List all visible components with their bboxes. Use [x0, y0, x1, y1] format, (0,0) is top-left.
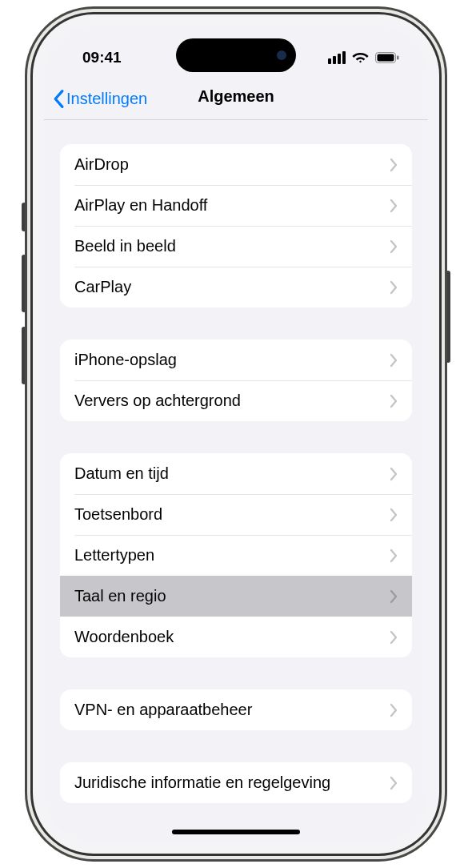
- row-label: Juridische informatie en regelgeving: [74, 774, 390, 792]
- row-label: Beeld in beeld: [74, 237, 390, 255]
- row-label: Lettertypen: [74, 546, 390, 565]
- row-dictionary[interactable]: Woordenboek: [60, 617, 412, 657]
- settings-group: Juridische informatie en regelgeving: [60, 762, 412, 803]
- chevron-right-icon: [390, 508, 398, 522]
- row-keyboard[interactable]: Toetsenbord: [60, 494, 412, 535]
- chevron-right-icon: [390, 239, 398, 254]
- row-date-time[interactable]: Datum en tijd: [60, 453, 412, 494]
- cellular-signal-icon: [328, 51, 346, 64]
- dynamic-island: [176, 38, 296, 72]
- chevron-right-icon: [390, 394, 398, 408]
- row-airdrop[interactable]: AirDrop: [60, 144, 412, 185]
- row-iphone-storage[interactable]: iPhone-opslag: [60, 340, 412, 380]
- back-label: Instellingen: [66, 90, 147, 108]
- row-label: Taal en regio: [74, 587, 390, 605]
- wifi-icon: [352, 51, 369, 64]
- chevron-right-icon: [390, 630, 398, 645]
- settings-group: iPhone-opslagVervers op achtergrond: [60, 340, 412, 421]
- battery-icon: [375, 52, 399, 63]
- row-airplay-handoff[interactable]: AirPlay en Handoff: [60, 185, 412, 226]
- row-vpn-device-management[interactable]: VPN- en apparaatbeheer: [60, 689, 412, 730]
- row-label: VPN- en apparaatbeheer: [74, 701, 390, 719]
- chevron-right-icon: [390, 199, 398, 213]
- chevron-right-icon: [390, 467, 398, 481]
- row-label: Ververs op achtergrond: [74, 392, 390, 410]
- home-indicator: [172, 830, 300, 834]
- row-label: AirDrop: [74, 155, 390, 174]
- settings-group: AirDropAirPlay en HandoffBeeld in beeldC…: [60, 144, 412, 307]
- row-language-region[interactable]: Taal en regio: [60, 576, 412, 617]
- row-label: iPhone-opslag: [74, 351, 390, 369]
- row-background-refresh[interactable]: Ververs op achtergrond: [60, 380, 412, 421]
- svg-rect-2: [397, 56, 399, 60]
- chevron-right-icon: [390, 353, 398, 368]
- status-indicators: [328, 51, 399, 64]
- nav-bar: Instellingen Algemeen: [44, 78, 428, 120]
- svg-rect-1: [378, 54, 394, 62]
- iphone-device-frame: 09:41: [33, 14, 439, 854]
- chevron-right-icon: [390, 589, 398, 604]
- page-title: Algemeen: [198, 87, 274, 106]
- chevron-right-icon: [390, 549, 398, 563]
- chevron-right-icon: [390, 776, 398, 790]
- settings-content: AirDropAirPlay en HandoffBeeld in beeldC…: [44, 120, 428, 842]
- chevron-right-icon: [390, 158, 398, 172]
- chevron-right-icon: [390, 280, 398, 295]
- row-label: CarPlay: [74, 278, 390, 296]
- back-button[interactable]: Instellingen: [52, 89, 147, 108]
- row-label: Woordenboek: [74, 628, 390, 646]
- chevron-right-icon: [390, 703, 398, 717]
- row-carplay[interactable]: CarPlay: [60, 267, 412, 307]
- status-time: 09:41: [82, 49, 122, 66]
- row-fonts[interactable]: Lettertypen: [60, 535, 412, 576]
- row-label: AirPlay en Handoff: [74, 196, 390, 215]
- chevron-left-icon: [52, 89, 65, 108]
- settings-group: VPN- en apparaatbeheer: [60, 689, 412, 730]
- settings-group: Datum en tijdToetsenbordLettertypenTaal …: [60, 453, 412, 657]
- row-label: Toetsenbord: [74, 505, 390, 524]
- row-legal-regulatory[interactable]: Juridische informatie en regelgeving: [60, 762, 412, 803]
- row-picture-in-picture[interactable]: Beeld in beeld: [60, 226, 412, 267]
- screen: 09:41: [44, 26, 428, 842]
- row-label: Datum en tijd: [74, 464, 390, 483]
